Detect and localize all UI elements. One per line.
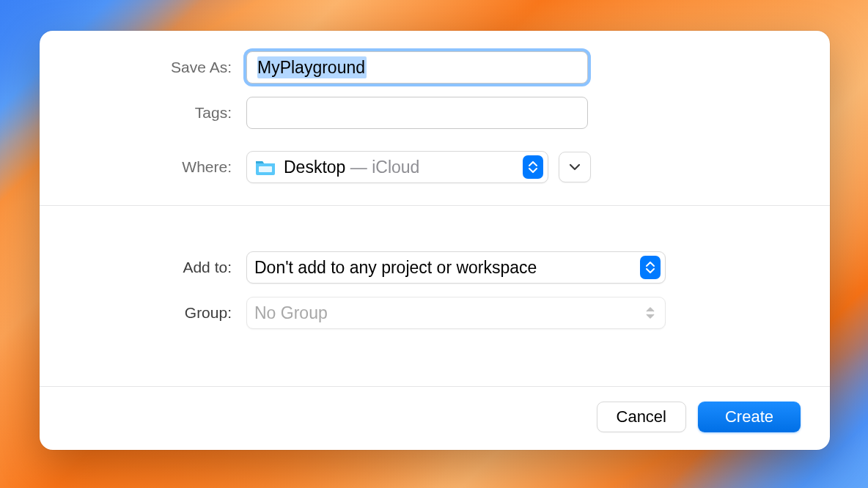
tags-row: Tags: xyxy=(78,97,792,129)
save-dialog: Save As: MyPlayground Tags: Where: xyxy=(40,31,830,450)
save-as-row: Save As: MyPlayground xyxy=(78,51,792,84)
where-suffix: — iCloud xyxy=(345,158,419,177)
group-label: Group: xyxy=(78,304,246,322)
add-to-row: Add to: Don't add to any project or work… xyxy=(78,251,792,284)
add-to-popup[interactable]: Don't add to any project or workspace xyxy=(246,251,666,284)
cancel-button[interactable]: Cancel xyxy=(597,402,686,432)
folder-icon xyxy=(254,158,276,176)
chevron-down-icon xyxy=(569,163,581,171)
save-section: Save As: MyPlayground Tags: Where: xyxy=(40,31,830,206)
svg-rect-0 xyxy=(259,166,272,172)
where-popup[interactable]: Desktop — iCloud xyxy=(246,151,548,183)
updown-icon xyxy=(640,256,661,279)
tags-label: Tags: xyxy=(78,104,246,122)
where-location: Desktop xyxy=(284,158,345,177)
add-to-label: Add to: xyxy=(78,259,246,276)
where-row: Where: Desktop — iCloud xyxy=(78,151,792,183)
updown-icon xyxy=(640,301,661,325)
group-popup: No Group xyxy=(246,297,666,329)
save-as-input[interactable] xyxy=(246,51,588,84)
save-as-label: Save As: xyxy=(78,59,246,76)
save-as-input-wrapper: MyPlayground xyxy=(246,51,588,84)
expand-button[interactable] xyxy=(559,152,591,182)
create-button[interactable]: Create xyxy=(698,402,801,432)
button-bar: Cancel Create xyxy=(40,387,830,450)
where-label: Where: xyxy=(78,158,246,176)
group-row: Group: No Group xyxy=(78,297,792,329)
updown-icon xyxy=(523,155,543,179)
tags-input[interactable] xyxy=(246,97,588,129)
add-to-value: Don't add to any project or workspace xyxy=(254,258,640,278)
where-value: Desktop — iCloud xyxy=(284,158,523,177)
project-section: Add to: Don't add to any project or work… xyxy=(40,206,830,387)
group-value: No Group xyxy=(254,303,640,323)
